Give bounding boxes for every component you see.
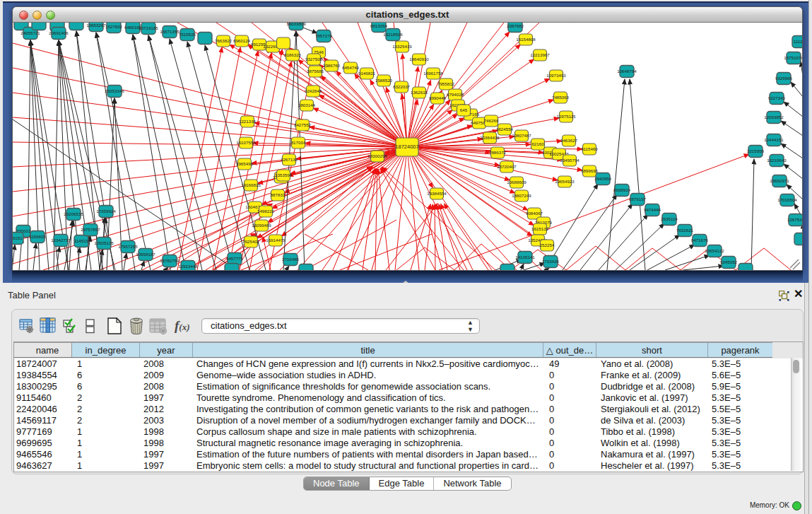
svg-text:17359924: 17359924 <box>96 209 116 214</box>
svg-text:20206535: 20206535 <box>64 211 83 216</box>
svg-text:1733426: 1733426 <box>542 259 560 264</box>
svg-text:15751074: 15751074 <box>784 55 802 60</box>
svg-text:7632621: 7632621 <box>676 228 694 233</box>
svg-text:39151: 39151 <box>13 235 23 240</box>
svg-text:24055721: 24055721 <box>20 30 40 35</box>
svg-text:20364436: 20364436 <box>480 135 500 140</box>
svg-text:16782759: 16782759 <box>160 258 180 263</box>
svg-text:16099489: 16099489 <box>252 223 271 228</box>
svg-text:1353594: 1353594 <box>275 173 293 177</box>
svg-text:8990448: 8990448 <box>429 95 447 100</box>
svg-text:20691406: 20691406 <box>49 30 69 35</box>
svg-text:16154808: 16154808 <box>516 37 536 42</box>
svg-text:10648784: 10648784 <box>617 69 637 74</box>
svg-text:18807249: 18807249 <box>512 193 531 198</box>
svg-text:19384554: 19384554 <box>427 191 447 196</box>
svg-text:3267130: 3267130 <box>281 157 298 162</box>
svg-text:6794028: 6794028 <box>447 92 464 97</box>
svg-text:17957255: 17957255 <box>118 244 138 249</box>
svg-text:645: 645 <box>460 107 468 112</box>
svg-text:9463627: 9463627 <box>560 138 578 143</box>
svg-text:6899695: 6899695 <box>581 168 599 173</box>
svg-text:10807487: 10807487 <box>512 133 531 138</box>
svg-text:1267534: 1267534 <box>787 217 802 222</box>
svg-text:62160: 62160 <box>531 141 544 146</box>
svg-text:16571355: 16571355 <box>160 29 180 34</box>
svg-text:29757857: 29757857 <box>81 227 100 232</box>
svg-text:12505135: 12505135 <box>94 240 114 245</box>
svg-text:2803144: 2803144 <box>298 103 316 107</box>
svg-text:9242848: 9242848 <box>305 88 322 93</box>
svg-text:7515526: 7515526 <box>179 32 196 37</box>
svg-text:7663822: 7663822 <box>215 38 233 43</box>
svg-text:13325419: 13325419 <box>392 44 412 49</box>
svg-text:10958187: 10958187 <box>136 252 155 257</box>
svg-text:2935114: 2935114 <box>661 216 678 221</box>
svg-text:19654923: 19654923 <box>555 179 575 184</box>
svg-text:1221336: 1221336 <box>239 119 257 124</box>
svg-text:114519: 114519 <box>74 238 89 243</box>
svg-text:3624554: 3624554 <box>496 127 514 132</box>
svg-text:8960124: 8960124 <box>233 38 251 43</box>
svg-text:18300295: 18300295 <box>367 153 387 158</box>
svg-text:1588520: 1588520 <box>375 78 393 83</box>
svg-text:11121: 11121 <box>794 39 802 44</box>
svg-text:8322037: 8322037 <box>393 84 411 89</box>
svg-text:3875685: 3875685 <box>307 69 324 74</box>
svg-text:10653267: 10653267 <box>86 23 106 28</box>
svg-text:9084067: 9084067 <box>526 211 543 216</box>
svg-text:9457771: 9457771 <box>226 256 244 261</box>
svg-text:9115460: 9115460 <box>581 146 598 151</box>
svg-text:20053346: 20053346 <box>105 88 124 93</box>
svg-text:7886372: 7886372 <box>489 150 507 155</box>
svg-text:12213967: 12213967 <box>530 52 550 57</box>
svg-text:12444151: 12444151 <box>764 137 784 142</box>
svg-text:8471676: 8471676 <box>691 238 709 243</box>
svg-text:7485063: 7485063 <box>552 95 570 100</box>
svg-text:8427552: 8427552 <box>294 122 312 127</box>
svg-text:8938914: 8938914 <box>613 187 631 192</box>
svg-text:14136141: 14136141 <box>515 255 535 259</box>
svg-text:1156829: 1156829 <box>29 234 46 239</box>
svg-text:7857274: 7857274 <box>315 33 333 38</box>
svg-text:1527602: 1527602 <box>105 24 123 29</box>
svg-text:1498222: 1498222 <box>257 209 275 214</box>
svg-text:9329966: 9329966 <box>775 76 793 81</box>
svg-text:9327508: 9327508 <box>305 57 323 62</box>
svg-text:3215958: 3215958 <box>747 148 765 153</box>
svg-text:15692971: 15692971 <box>770 178 789 183</box>
svg-text:9146821: 9146821 <box>358 71 376 76</box>
svg-text:1362615: 1362615 <box>411 90 428 95</box>
svg-text:3716485: 3716485 <box>282 257 300 262</box>
svg-text:10973493: 10973493 <box>546 73 566 78</box>
svg-text:16210643: 16210643 <box>767 158 787 163</box>
svg-text:17016504: 17016504 <box>777 197 797 202</box>
svg-text:18640910: 18640910 <box>409 57 429 62</box>
svg-text:746266: 746266 <box>484 118 499 123</box>
svg-text:2087682: 2087682 <box>507 23 524 28</box>
svg-text:6879197: 6879197 <box>629 197 647 201</box>
svg-text:13495794: 13495794 <box>560 158 579 163</box>
svg-text:16914479: 16914479 <box>266 238 286 243</box>
svg-text:12923448: 12923448 <box>178 264 198 269</box>
svg-text:252254: 252254 <box>540 243 555 247</box>
svg-text:13218506: 13218506 <box>383 32 403 37</box>
svg-text:2986760: 2986760 <box>323 63 341 68</box>
svg-text:9474444: 9474444 <box>644 207 661 212</box>
svg-text:8454749: 8454749 <box>342 65 360 70</box>
svg-text:12093852: 12093852 <box>764 115 784 119</box>
svg-text:8186323: 8186323 <box>284 52 302 57</box>
svg-text:1615132: 1615132 <box>531 226 549 231</box>
svg-text:9245052: 9245052 <box>720 259 738 264</box>
svg-text:10719185: 10719185 <box>139 25 158 30</box>
svg-text:887831: 887831 <box>271 192 286 197</box>
svg-text:7625402: 7625402 <box>242 239 260 244</box>
svg-text:15720407: 15720407 <box>497 164 517 169</box>
svg-text:10654122: 10654122 <box>705 248 724 253</box>
svg-text:1965493: 1965493 <box>236 161 254 166</box>
svg-text:8813054: 8813054 <box>370 23 388 28</box>
svg-text:18724007: 18724007 <box>395 144 418 150</box>
svg-text:9227343: 9227343 <box>768 95 786 100</box>
svg-text:10688609: 10688609 <box>507 180 526 185</box>
svg-text:1640954: 1640954 <box>594 176 612 181</box>
